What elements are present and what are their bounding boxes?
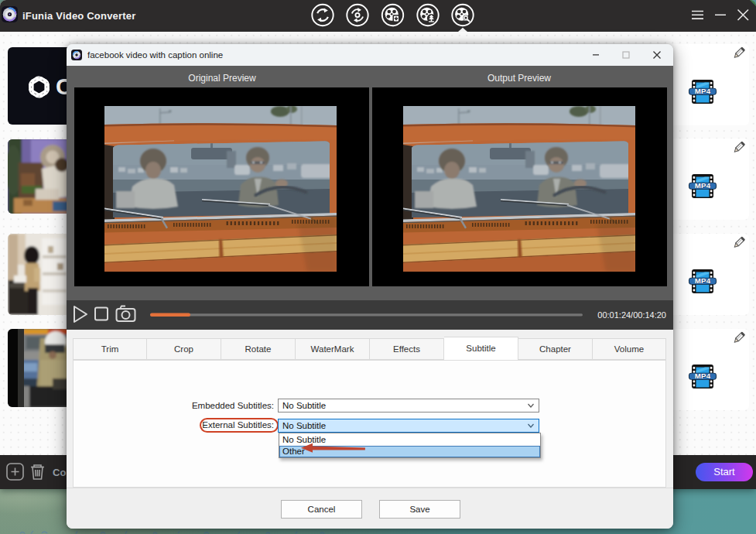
svg-text:00:01:24/00:14:20: 00:01:24/00:14:20 <box>597 310 666 320</box>
